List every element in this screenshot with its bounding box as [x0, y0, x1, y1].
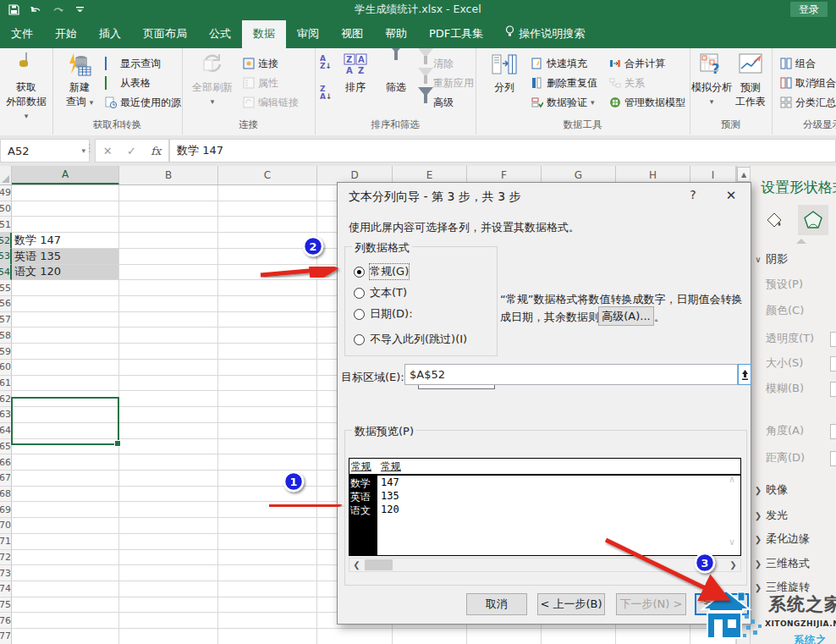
- save-icon[interactable]: [7, 4, 20, 16]
- fill-line-tab[interactable]: [759, 205, 789, 235]
- preview-col2-header[interactable]: 常规: [379, 459, 403, 474]
- refresh-all-button[interactable]: 全部刷新 ▾: [190, 53, 234, 107]
- column-header-B[interactable]: B: [119, 166, 218, 184]
- cell-C53[interactable]: [218, 249, 317, 265]
- recent-sources-button[interactable]: 最近使用的源: [105, 94, 181, 111]
- tab-6[interactable]: 审阅: [286, 20, 330, 48]
- pane-item-6-value-stub[interactable]: [830, 451, 836, 466]
- row-header-72[interactable]: 72: [0, 550, 12, 566]
- cell-A67[interactable]: [12, 471, 119, 487]
- cell-B64[interactable]: [119, 423, 218, 439]
- cell-C58[interactable]: [218, 328, 317, 344]
- pane-item-3-value-stub[interactable]: [830, 356, 836, 372]
- advanced-button[interactable]: 高级(A)...: [598, 306, 654, 326]
- customize-qat-icon[interactable]: [73, 4, 86, 16]
- cell-B54[interactable]: [119, 265, 218, 281]
- row-header-66[interactable]: 66: [0, 454, 12, 471]
- tab-5[interactable]: 数据: [242, 20, 286, 48]
- new-query-button[interactable]: 新建 查询 ▾: [59, 53, 100, 109]
- row-header-59[interactable]: 59: [0, 344, 12, 360]
- cell-I77[interactable]: [690, 629, 736, 644]
- cell-C65[interactable]: [218, 439, 317, 455]
- get-external-data-button[interactable]: 获取 外部数据 ▾: [6, 53, 47, 121]
- row-header-60[interactable]: 60: [0, 360, 12, 376]
- cell-B61[interactable]: [119, 376, 218, 392]
- cell-C74[interactable]: [218, 581, 317, 597]
- flash-fill-button[interactable]: 快速填充: [531, 55, 587, 72]
- radio-date[interactable]: 日期(D):: [354, 306, 413, 322]
- cell-B73[interactable]: [119, 565, 218, 581]
- cell-B67[interactable]: [119, 471, 218, 487]
- cell-A75[interactable]: [12, 597, 119, 614]
- cell-A62[interactable]: [12, 391, 119, 407]
- remove-duplicates-button[interactable]: 删除重复值: [531, 74, 597, 91]
- tab-10[interactable]: 操作说明搜索: [494, 19, 596, 48]
- cell-A59[interactable]: [12, 344, 119, 360]
- cell-C75[interactable]: [218, 597, 317, 614]
- row-header-63[interactable]: 63: [0, 407, 12, 423]
- cell-A61[interactable]: [12, 376, 119, 392]
- cell-D77[interactable]: [317, 629, 393, 644]
- forecast-sheet-button[interactable]: 预测 工作表: [732, 53, 769, 109]
- row-header-58[interactable]: 58: [0, 328, 12, 344]
- cancel-button[interactable]: 取消: [466, 593, 527, 615]
- cell-B69[interactable]: [119, 502, 218, 518]
- cell-B53[interactable]: [119, 249, 218, 265]
- login-button[interactable]: 登录: [790, 2, 828, 17]
- pane-item-5[interactable]: 角度(A): [751, 422, 836, 439]
- row-header-73[interactable]: 73: [0, 565, 12, 581]
- text-to-columns-button[interactable]: 分列: [487, 53, 521, 95]
- name-box[interactable]: A52 ▾: [0, 139, 90, 162]
- preview-scroll-down-icon[interactable]: ∨: [729, 537, 735, 548]
- row-header-57[interactable]: 57: [0, 312, 12, 328]
- sort-button[interactable]: ZAAZ 排序: [337, 53, 374, 95]
- cell-B60[interactable]: [119, 360, 218, 376]
- cell-B71[interactable]: [119, 534, 218, 550]
- cell-A52[interactable]: 数学 147: [12, 233, 119, 249]
- manage-data-model-button[interactable]: 管理数据模型: [609, 94, 685, 111]
- cell-C61[interactable]: [218, 376, 317, 392]
- cell-A74[interactable]: [12, 581, 119, 597]
- pane-section-2[interactable]: ❯柔化边缘: [751, 531, 836, 548]
- group-button[interactable]: 组合: [780, 55, 816, 72]
- scrollbar-thumb[interactable]: [365, 559, 393, 570]
- destination-input[interactable]: $A$52: [404, 364, 738, 385]
- cell-B65[interactable]: [119, 439, 218, 455]
- cell-B57[interactable]: [119, 312, 218, 328]
- cell-A50[interactable]: [12, 201, 119, 217]
- cell-B49[interactable]: [119, 185, 218, 201]
- cell-C51[interactable]: [218, 217, 317, 233]
- formula-bar-splitter[interactable]: ⋮: [85, 142, 95, 154]
- row-header-64[interactable]: 64: [0, 423, 12, 439]
- tab-9[interactable]: PDF工具集: [418, 20, 494, 48]
- effects-tab[interactable]: [798, 205, 828, 235]
- row-header-62[interactable]: 62: [0, 391, 12, 407]
- cell-A70[interactable]: [12, 518, 119, 534]
- row-header-56[interactable]: 56: [0, 296, 12, 312]
- scroll-right-icon[interactable]: ❯: [726, 560, 740, 570]
- cell-B77[interactable]: [119, 629, 218, 644]
- finish-button[interactable]: 完成(F): [695, 593, 749, 615]
- pane-item-6[interactable]: 距离(D): [751, 449, 836, 466]
- cell-E77[interactable]: [393, 629, 467, 644]
- cell-A60[interactable]: [12, 360, 119, 376]
- cell-A71[interactable]: [12, 534, 119, 550]
- formula-input[interactable]: 数学 147: [169, 139, 836, 162]
- cell-A54[interactable]: 语文 120: [12, 265, 119, 281]
- row-header-61[interactable]: 61: [0, 376, 12, 392]
- scroll-up-icon[interactable]: ▲: [737, 167, 751, 182]
- pane-section-0[interactable]: ❯映像: [751, 482, 836, 498]
- cell-A73[interactable]: [12, 565, 119, 581]
- from-table-button[interactable]: 从表格: [105, 74, 151, 91]
- cancel-entry-icon[interactable]: ✕: [103, 145, 113, 157]
- cell-H77[interactable]: [616, 629, 690, 644]
- cell-C54[interactable]: [218, 265, 317, 281]
- cell-C64[interactable]: [218, 423, 317, 439]
- select-all-corner[interactable]: [0, 166, 12, 184]
- column-header-A[interactable]: A: [12, 166, 119, 184]
- tab-3[interactable]: 页面布局: [132, 20, 198, 48]
- row-header-77[interactable]: 77: [0, 629, 12, 644]
- tab-1[interactable]: 开始: [44, 20, 88, 48]
- relationships-button[interactable]: 关系: [609, 74, 645, 91]
- cell-A49[interactable]: [12, 185, 119, 201]
